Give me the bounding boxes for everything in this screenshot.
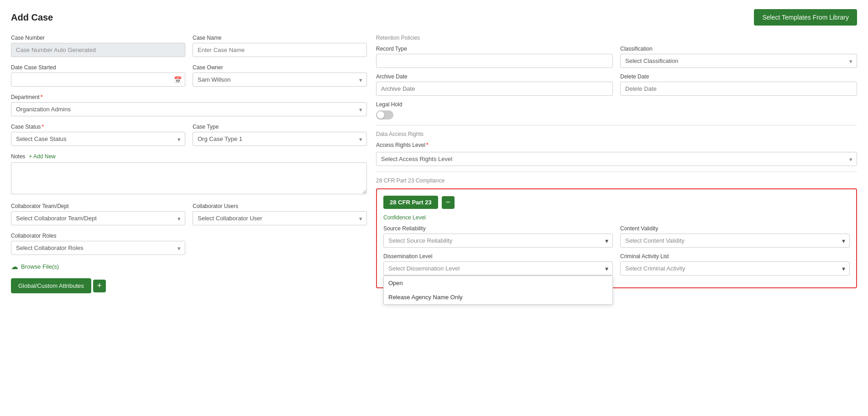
case-status-required: * [42, 124, 44, 130]
collab-team-select-wrapper: Select Collaborator Team/Dept [11, 211, 185, 225]
department-select-wrapper: Organization Admins [11, 102, 367, 116]
case-type-label: Case Type [193, 124, 367, 130]
case-name-group: Case Name [193, 35, 367, 57]
source-reliability-label: Source Reliability [383, 225, 613, 232]
content-validity-select[interactable]: Select Content Validity [620, 234, 850, 248]
custom-attr-button[interactable]: Global/Custom Attributes [11, 278, 91, 293]
custom-attr-add-button[interactable]: + [93, 280, 106, 292]
date-started-label: Date Case Started [11, 64, 185, 71]
case-name-input[interactable] [193, 43, 367, 57]
legal-hold-label: Legal Hold [376, 101, 857, 108]
case-number-input: Case Number Auto Generated [11, 43, 185, 57]
dissemination-level-select[interactable]: Select Dissemination Level [383, 261, 613, 276]
classification-group: Classification Select Classification [620, 46, 857, 68]
department-required: * [41, 94, 43, 100]
custom-attr-label: Global/Custom Attributes [18, 282, 84, 289]
case-type-select-wrapper: Org Case Type 1 [193, 132, 367, 146]
collab-roles-select[interactable]: Select Collaborator Roles [11, 241, 185, 255]
case-status-label: Case Status* [11, 124, 185, 130]
collab-team-label: Collaborator Team/Dept [11, 203, 185, 209]
right-panel: Retention Policies Record Type Case Clas… [376, 35, 857, 296]
access-rights-select[interactable]: Select Access Rights Level [376, 152, 857, 166]
notes-label: Notes [11, 153, 25, 160]
source-reliability-select-wrapper: Select Source Reliability [383, 234, 613, 248]
collab-roles-label: Collaborator Roles [11, 233, 185, 239]
case-number-group: Case Number Case Number Auto Generated [11, 35, 185, 57]
cfr-compliance-label: 28 CFR Part 23 Compliance [376, 177, 857, 184]
archive-date-label: Archive Date [376, 73, 613, 80]
case-owner-select[interactable]: Sam Willson [193, 73, 367, 87]
custom-attr-row: Global/Custom Attributes + [11, 278, 367, 293]
case-type-group: Case Type Org Case Type 1 [193, 124, 367, 146]
classification-label: Classification [620, 46, 857, 52]
source-reliability-select[interactable]: Select Source Reliability [383, 234, 613, 248]
access-rights-required: * [426, 142, 429, 148]
dissemination-option-open[interactable]: Open [384, 276, 612, 290]
browse-files-label: Browse File(s) [21, 263, 59, 270]
confidence-label: Confidence Level [383, 214, 850, 221]
collab-users-group: Collaborator Users Select Collaborator U… [193, 203, 367, 225]
case-status-group: Case Status* Select Case Status [11, 124, 185, 146]
legal-hold-toggle[interactable] [376, 110, 393, 120]
delete-date-group: Delete Date [620, 73, 857, 96]
cfr-minus-button[interactable]: − [442, 196, 455, 209]
add-new-link[interactable]: + Add New [29, 153, 55, 160]
browse-files[interactable]: ☁ Browse File(s) [11, 262, 367, 271]
dissemination-option-release[interactable]: Release Agency Name Only [384, 290, 612, 304]
data-access-label: Data Access Rights [376, 131, 857, 137]
date-started-input[interactable]: 05/29/2024, 06:57 pm [11, 73, 185, 87]
criminal-activity-label: Criminal Activity List [620, 253, 850, 260]
case-name-label: Case Name [193, 35, 367, 41]
department-select[interactable]: Organization Admins [11, 102, 367, 116]
calendar-icon[interactable]: 📅 [174, 76, 182, 83]
notes-section: Notes + Add New [11, 153, 367, 196]
case-owner-label: Case Owner [193, 64, 367, 71]
collab-users-label: Collaborator Users [193, 203, 367, 209]
collab-roles-select-wrapper: Select Collaborator Roles [11, 241, 185, 255]
minus-icon: − [446, 198, 451, 207]
retention-section-label: Retention Policies [376, 35, 857, 41]
classification-select[interactable]: Select Classification [620, 54, 857, 68]
dissemination-level-select-wrapper: Select Dissemination Level [383, 261, 613, 276]
date-started-group: Date Case Started 05/29/2024, 06:57 pm 📅 [11, 64, 185, 87]
record-type-group: Record Type Case [376, 46, 613, 68]
criminal-activity-select[interactable]: Select Criminal Activity [620, 261, 850, 276]
library-button[interactable]: Select Templates From Library [754, 9, 857, 26]
case-type-select[interactable]: Org Case Type 1 [193, 132, 367, 146]
department-group: Department* Organization Admins [11, 94, 367, 116]
upload-icon: ☁ [11, 262, 18, 271]
dissemination-level-group: Dissemination Level Select Dissemination… [383, 253, 613, 276]
case-number-label: Case Number [11, 35, 185, 41]
content-validity-select-wrapper: Select Content Validity [620, 234, 850, 248]
access-rights-label: Access Rights Level* [376, 142, 857, 148]
retention-section: Retention Policies Record Type Case Clas… [376, 35, 857, 288]
archive-date-input[interactable] [376, 82, 613, 96]
collab-team-select[interactable]: Select Collaborator Team/Dept [11, 211, 185, 225]
case-status-select[interactable]: Select Case Status [11, 132, 185, 146]
notes-textarea[interactable] [11, 162, 367, 194]
toggle-knob [377, 111, 384, 119]
collab-roles-group: Collaborator Roles Select Collaborator R… [11, 233, 185, 255]
cfr-section: 28 CFR Part 23 − Confidence Level Source… [376, 188, 857, 288]
record-type-label: Record Type [376, 46, 613, 52]
source-reliability-group: Source Reliability Select Source Reliabi… [383, 225, 613, 248]
left-panel: Case Number Case Number Auto Generated C… [11, 35, 367, 296]
dissemination-level-label: Dissemination Level [383, 253, 613, 260]
department-label: Department* [11, 94, 367, 100]
content-validity-group: Content Validity Select Content Validity [620, 225, 850, 248]
delete-date-label: Delete Date [620, 73, 857, 80]
content-validity-label: Content Validity [620, 225, 850, 232]
collab-team-group: Collaborator Team/Dept Select Collaborat… [11, 203, 185, 225]
access-rights-select-wrapper: Select Access Rights Level [376, 152, 857, 166]
case-status-select-wrapper: Select Case Status [11, 132, 185, 146]
collab-users-select[interactable]: Select Collaborator User [193, 211, 367, 225]
case-owner-group: Case Owner Sam Willson [193, 64, 367, 87]
record-type-input: Case [376, 54, 613, 68]
case-owner-select-wrapper: Sam Willson [193, 73, 367, 87]
legal-hold-toggle-wrapper [376, 110, 857, 120]
archive-date-group: Archive Date [376, 73, 613, 96]
criminal-activity-select-wrapper: Select Criminal Activity [620, 261, 850, 276]
classification-select-wrapper: Select Classification [620, 54, 857, 68]
delete-date-input[interactable] [620, 82, 857, 96]
collab-users-select-wrapper: Select Collaborator User [193, 211, 367, 225]
